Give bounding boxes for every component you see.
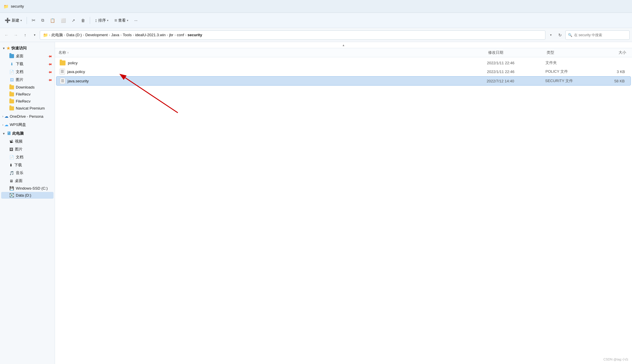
breadcrumb-thispc[interactable]: 此电脑: [51, 32, 63, 38]
sidebar-item-filerecv1[interactable]: FileRecv: [1, 91, 54, 98]
sidebar-navicat-label: Navicat Premium: [16, 106, 45, 110]
sidebar-item-downloads-folder[interactable]: Downloads: [1, 84, 54, 91]
sidebar-item-docs-pc[interactable]: 📄 文档: [1, 153, 54, 161]
table-row[interactable]: java.security 2022/7/12 14:40 SECURITY 文…: [56, 76, 631, 86]
delete-icon: 🗑: [81, 18, 85, 23]
table-row[interactable]: policy 2022/1/11 22:46 文件夹: [56, 59, 631, 67]
table-row[interactable]: java.policy 2022/1/11 22:46 POLICY 文件 3 …: [56, 67, 631, 76]
pin-icon-3: 📌: [48, 70, 52, 74]
quick-access-label: 快速访问: [11, 46, 27, 51]
file-size: 58 KB: [598, 79, 627, 83]
wps-header[interactable]: › ☁ WPS网盘: [0, 121, 55, 129]
up-button[interactable]: ↑: [21, 31, 29, 39]
view-button[interactable]: ≡ 查看 ▾: [112, 16, 131, 25]
breadcrumb-datad[interactable]: Data (D:): [66, 33, 82, 37]
sidebar-item-navicat[interactable]: Navicat Premium: [1, 105, 54, 112]
more-icon: ···: [134, 18, 137, 22]
sidebar-item-downloads-pc[interactable]: ⬇ 下载: [1, 161, 54, 169]
folder-yellow-icon-1: [9, 85, 14, 89]
collapse-button[interactable]: ▲: [341, 43, 346, 47]
file-date: 2022/1/11 22:46: [487, 70, 545, 74]
sidebar-desktop-label: 桌面: [16, 53, 23, 59]
breadcrumb-development[interactable]: Development: [85, 33, 108, 37]
more-button[interactable]: ···: [132, 17, 140, 24]
sort-button[interactable]: ↕ 排序 ▾: [92, 16, 111, 25]
breadcrumb-dropdown-button[interactable]: ▾: [547, 31, 555, 39]
sidebar-filerecv1-label: FileRecv: [16, 92, 31, 96]
sidebar-item-drive-c[interactable]: 💾 Windows-SSD (C:): [1, 185, 54, 192]
copy-button[interactable]: ⧉: [39, 16, 47, 24]
sidebar-item-downloads-quick[interactable]: ⬇ 下载 📌: [1, 60, 54, 68]
pin-icon-4: 📌: [48, 77, 52, 82]
file-list-body: policy 2022/1/11 22:46 文件夹 java.policy 2…: [55, 57, 632, 364]
sidebar-pics-pc-label: 图片: [15, 147, 23, 152]
search-box[interactable]: 🔍: [565, 30, 630, 40]
sidebar-music-label: 音乐: [16, 170, 23, 176]
img-icon: 🖼: [9, 77, 14, 82]
breadcrumb-conf[interactable]: conf: [177, 33, 184, 37]
star-icon: ★: [6, 46, 10, 51]
recent-button[interactable]: ▾: [30, 31, 39, 39]
sidebar-item-docs[interactable]: 📄 文档 📌: [1, 68, 54, 76]
quick-access-header[interactable]: ▼ ★ 快速访问: [0, 44, 55, 52]
breadcrumb-jbr[interactable]: jbr: [169, 33, 173, 37]
window-title: security: [11, 4, 24, 8]
breadcrumb-tools[interactable]: Tools: [123, 33, 132, 37]
sidebar-docs-label: 文档: [16, 69, 23, 74]
paste-button[interactable]: 📋: [48, 17, 57, 24]
sidebar-item-pics-pc[interactable]: 🖼 图片: [1, 145, 54, 153]
forward-button[interactable]: →: [12, 31, 20, 39]
file-cell-name: java.security: [60, 78, 487, 84]
separator-2: [90, 17, 90, 24]
share-icon: ↗: [72, 18, 75, 23]
cut-button[interactable]: ✂: [29, 16, 38, 25]
view-icon: ≡: [114, 18, 117, 23]
file-cell-name: policy: [60, 60, 487, 65]
sort-dropdown-icon: ▾: [107, 19, 109, 22]
onedrive-header[interactable]: › ☁ OneDrive - Persona: [0, 113, 55, 120]
sort-icon: ↕: [95, 18, 97, 23]
sidebar-item-drive-d[interactable]: 💽 Data (D:): [1, 192, 54, 199]
download-icon: ⬇: [9, 62, 14, 66]
address-bar: ← → ↑ ▾ 📁 › 此电脑 › Data (D:) › Developmen…: [0, 28, 632, 42]
sidebar-section-thispc: ▼ 🖥 此电脑 📽 视频 🖼 图片 📄 文档 ⬇ 下载: [0, 130, 55, 199]
breadcrumb-security[interactable]: security: [187, 33, 202, 37]
col-name[interactable]: 名称 ↑: [58, 50, 488, 55]
folder-icon-title: 📁: [4, 4, 8, 9]
sidebar-item-desktop-pc[interactable]: 🖥 桌面: [1, 177, 54, 185]
col-type[interactable]: 类型: [547, 50, 599, 55]
sidebar-item-video[interactable]: 📽 视频: [1, 138, 54, 145]
back-button[interactable]: ←: [2, 31, 11, 39]
separator-1: [27, 17, 27, 24]
plus-icon: ➕: [5, 18, 11, 23]
file-date: 2022/7/12 14:40: [487, 79, 545, 83]
sidebar-item-pictures[interactable]: 🖼 图片 📌: [1, 76, 54, 84]
thispc-header[interactable]: ▼ 🖥 此电脑: [0, 130, 55, 137]
thispc-label: 此电脑: [12, 131, 24, 136]
new-button[interactable]: ➕ 新建 ▾: [2, 16, 24, 25]
breadcrumb-java[interactable]: Java: [111, 33, 119, 37]
search-input[interactable]: [574, 33, 627, 37]
file-list-header: 名称 ↑ 修改日期 类型 大小: [55, 48, 632, 57]
delete-button[interactable]: 🗑: [79, 17, 87, 24]
sidebar-item-music[interactable]: 🎵 音乐: [1, 169, 54, 177]
file-size: 3 KB: [598, 70, 627, 74]
breadcrumb-folder-icon: 📁: [43, 33, 48, 37]
pin-icon-2: 📌: [48, 62, 52, 66]
refresh-button[interactable]: ↻: [556, 31, 564, 39]
rename-button[interactable]: ⬜: [58, 17, 68, 24]
folder-blue-icon: [9, 54, 14, 58]
share-button[interactable]: ↗: [69, 17, 78, 24]
sidebar: ▼ ★ 快速访问 桌面 📌 ⬇ 下载 📌 📄 文档 📌: [0, 42, 55, 364]
wps-label: WPS网盘: [10, 122, 26, 127]
main-content: ▼ ★ 快速访问 桌面 📌 ⬇ 下载 📌 📄 文档 📌: [0, 42, 632, 364]
sidebar-item-desktop[interactable]: 桌面 📌: [1, 52, 54, 60]
col-size[interactable]: 大小: [599, 50, 628, 55]
sidebar-docs-pc-label: 文档: [16, 155, 23, 160]
breadcrumb-idealu[interactable]: idealU-2021.3.win: [135, 33, 166, 37]
sidebar-item-filerecv2[interactable]: FileRecv: [1, 98, 54, 105]
wps-icon: ☁: [4, 122, 8, 127]
col-date[interactable]: 修改日期: [488, 50, 547, 55]
breadcrumb[interactable]: 📁 › 此电脑 › Data (D:) › Development › Java…: [40, 30, 545, 40]
sidebar-downloads-pc-label: 下载: [14, 162, 22, 168]
